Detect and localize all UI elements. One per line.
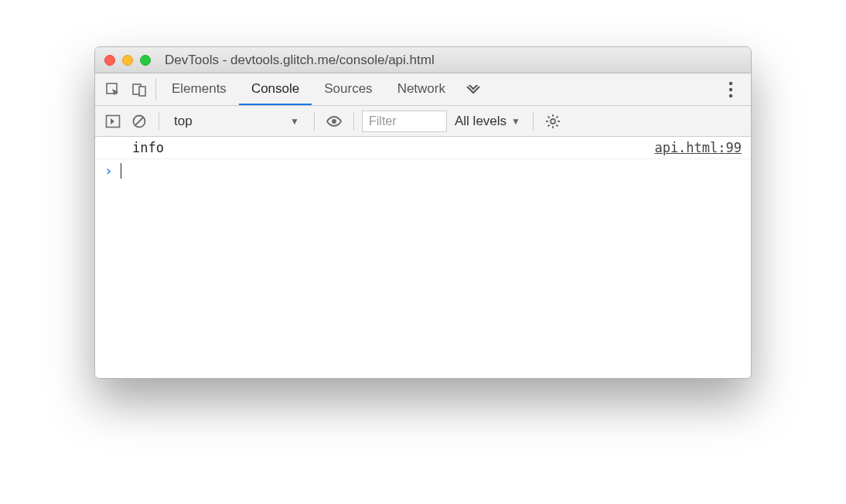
tab-elements[interactable]: Elements <box>159 73 239 105</box>
caret-down-icon: ▼ <box>290 116 299 127</box>
tab-sources[interactable]: Sources <box>312 73 384 105</box>
kebab-menu-icon[interactable] <box>715 73 746 105</box>
maximize-window-button[interactable] <box>140 55 151 66</box>
console-log-row: info api.html:99 <box>95 137 751 159</box>
filter-input[interactable] <box>362 111 447 132</box>
toggle-sidebar-icon[interactable] <box>101 110 125 133</box>
divider <box>155 78 156 100</box>
caret-down-icon: ▼ <box>511 116 520 127</box>
devtools-tabbar: Elements Console Sources Network <box>95 73 751 106</box>
close-window-button[interactable] <box>104 55 115 66</box>
log-levels-selector[interactable]: All levels ▼ <box>450 114 525 129</box>
console-output: info api.html:99 › <box>95 137 751 378</box>
more-tabs-button[interactable] <box>458 73 489 105</box>
svg-point-10 <box>551 119 555 124</box>
window-title: DevTools - devtools.glitch.me/console/ap… <box>165 53 435 68</box>
console-settings-icon[interactable] <box>541 110 565 133</box>
live-expression-icon[interactable] <box>322 110 346 133</box>
divider <box>314 112 315 131</box>
divider <box>159 112 159 131</box>
svg-line-18 <box>556 116 558 117</box>
text-cursor <box>121 163 121 179</box>
log-levels-label: All levels <box>455 114 507 129</box>
svg-point-4 <box>729 87 732 90</box>
svg-line-15 <box>548 116 549 117</box>
minimize-window-button[interactable] <box>122 55 133 66</box>
svg-line-8 <box>135 117 144 125</box>
svg-rect-2 <box>139 87 145 96</box>
device-toolbar-icon[interactable] <box>126 73 152 106</box>
inspect-element-icon[interactable] <box>100 73 126 106</box>
divider <box>353 112 354 131</box>
svg-point-9 <box>332 119 336 124</box>
clear-console-icon[interactable] <box>128 110 151 133</box>
chevron-right-icon: › <box>104 162 113 179</box>
devtools-tabs: Elements Console Sources Network <box>159 73 458 105</box>
console-log-source-link[interactable]: api.html:99 <box>654 140 742 155</box>
svg-point-3 <box>729 81 732 84</box>
console-toolbar: top ▼ All levels ▼ <box>95 106 751 137</box>
divider <box>533 112 534 131</box>
svg-point-5 <box>729 94 732 97</box>
traffic-lights <box>104 55 151 66</box>
svg-line-17 <box>548 124 549 126</box>
context-selector[interactable]: top ▼ <box>167 111 306 131</box>
titlebar: DevTools - devtools.glitch.me/console/ap… <box>95 47 751 73</box>
svg-line-16 <box>556 124 558 126</box>
console-prompt[interactable]: › <box>95 159 751 182</box>
devtools-window: DevTools - devtools.glitch.me/console/ap… <box>94 46 752 379</box>
tab-console[interactable]: Console <box>239 73 312 105</box>
context-value: top <box>174 114 193 129</box>
tab-network[interactable]: Network <box>385 73 458 105</box>
console-log-message: info <box>132 140 164 155</box>
